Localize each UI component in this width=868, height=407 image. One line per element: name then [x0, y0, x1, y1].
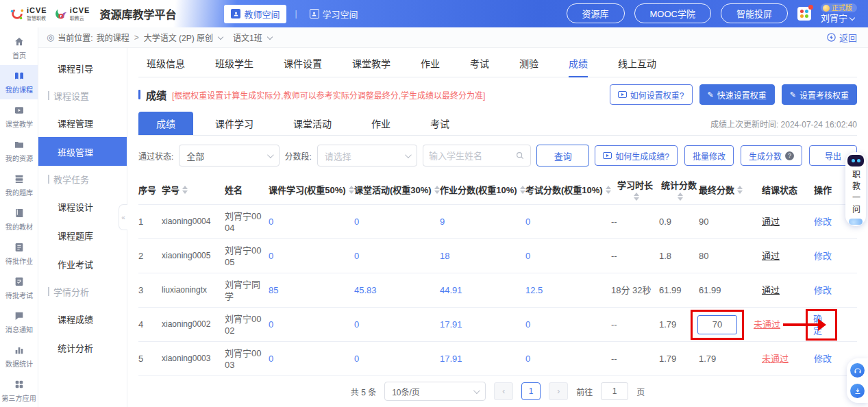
app-launcher-icon[interactable]	[797, 7, 811, 21]
modify-link[interactable]: 修改	[814, 285, 832, 295]
main-content: 班级信息 班级学生 课件设置 课堂教学 作业 考试 测验 成绩 线上互动 成绩 …	[127, 48, 868, 407]
status-pass[interactable]: 通过	[762, 251, 780, 261]
smart-cast-button[interactable]: 智能投屏	[721, 3, 788, 23]
sort-final-score[interactable]: 最终分数	[699, 183, 762, 196]
sort-exam[interactable]: 考试分数(权重10%)	[525, 183, 611, 196]
menu-section-learning-analysis: 学情分析	[38, 278, 127, 304]
mooc-college-button[interactable]: MOOC学院	[634, 3, 711, 23]
how-generate-grades-button[interactable]: 如何生成成绩?	[595, 145, 678, 166]
version-badge[interactable]: 正式版	[821, 3, 857, 12]
student-name: 刘宵宁0003	[225, 347, 269, 371]
book-icon	[14, 208, 25, 219]
tab-grades[interactable]: 成绩	[569, 56, 588, 77]
sidebar-item-my-textbooks[interactable]: 我的教材	[0, 202, 38, 236]
menu-item-course-management[interactable]: 课程管理	[38, 108, 127, 137]
menu-item-course-grades[interactable]: 课程成绩	[38, 304, 127, 333]
breadcrumb-label: 当前位置:	[58, 32, 92, 43]
tab-courseware-settings[interactable]: 课件设置	[284, 56, 322, 77]
breadcrumb-class-select[interactable]: 语文1班	[233, 32, 262, 43]
tab-learning-space[interactable]: 学习空间	[306, 5, 362, 23]
tab-quiz[interactable]: 测验	[519, 56, 538, 77]
sidebar-item-third-party-apps[interactable]: 第三方应用	[0, 373, 38, 407]
page-size-select[interactable]: 10条/页	[384, 382, 486, 401]
prev-page-button[interactable]: ‹	[494, 382, 513, 400]
tab-class-info[interactable]: 班级信息	[147, 56, 185, 77]
query-button[interactable]: 查询	[536, 145, 589, 166]
sort-student-id[interactable]: 学号	[162, 183, 225, 196]
pass-status-select[interactable]: 全部	[179, 145, 279, 166]
menu-item-course-guide[interactable]: 课程引导	[38, 53, 127, 82]
customer-service-button[interactable]	[850, 363, 865, 378]
goto-label: 前往	[576, 386, 593, 397]
tab-homework[interactable]: 作业	[421, 56, 440, 77]
tab-class-students[interactable]: 班级学生	[215, 56, 253, 77]
student-name-input[interactable]	[429, 151, 515, 161]
sort-stat-score[interactable]: 统计分数	[659, 178, 699, 201]
menu-item-class-management[interactable]: 班级管理	[38, 137, 127, 166]
generate-score-button[interactable]: 生成分数?	[741, 145, 802, 166]
logo1-name: iCVE	[27, 7, 47, 14]
subtab-homework[interactable]: 作业	[354, 112, 408, 135]
pagination: 共 5 条 10条/页 ‹ 1 › 前往 页	[138, 382, 857, 401]
sidebar-item-data-stats[interactable]: 数据统计	[0, 339, 38, 373]
help-icon[interactable]: ?	[785, 151, 794, 160]
tab-classroom-teaching[interactable]: 课堂教学	[352, 56, 390, 77]
subtab-exam[interactable]: 考试	[412, 112, 467, 135]
sidebar-item-my-resources[interactable]: 我的资源	[0, 134, 38, 168]
menu-item-stats-analysis[interactable]: 统计分析	[38, 333, 127, 362]
current-page[interactable]: 1	[521, 382, 541, 400]
resource-lib-button[interactable]: 资源库	[567, 3, 625, 23]
tab-online-interaction[interactable]: 线上互动	[618, 56, 656, 77]
modify-link[interactable]: 修改	[814, 354, 832, 364]
table-row: 1 xiaoning0004 刘宵宁0004 0 0 9 0 -- 0.9 90…	[138, 205, 857, 239]
score-range-select[interactable]: 请选择	[317, 145, 417, 166]
tab-exam[interactable]: 考试	[470, 56, 489, 77]
goto-page-input[interactable]	[601, 382, 628, 400]
sidebar-item-messages[interactable]: 消息通知	[0, 305, 38, 339]
floating-dock	[847, 358, 868, 403]
batch-edit-button[interactable]: 批量修改	[684, 145, 734, 166]
subtab-class-activity[interactable]: 课堂活动	[275, 112, 349, 135]
status-pass[interactable]: 通过	[762, 217, 780, 227]
tab-teacher-space[interactable]: 教师空间	[224, 5, 286, 23]
modify-link[interactable]: 修改	[814, 217, 832, 227]
sidebar-item-pending-exams[interactable]: 待批考试	[0, 271, 38, 305]
subtab-grades[interactable]: 成绩	[138, 112, 193, 135]
status-pass[interactable]: 通过	[762, 285, 780, 295]
menu-item-homework-exam[interactable]: 作业考试	[38, 249, 127, 278]
breadcrumb-root[interactable]: 我的课程	[97, 32, 129, 43]
sidebar-item-classroom-teaching[interactable]: 课堂教学	[0, 99, 38, 134]
table-header-row: 序号 学号 姓名 课件学习(权重50%) 课堂活动(权重30%) 作业分数(权重…	[138, 175, 857, 205]
modify-link[interactable]: 修改	[814, 251, 832, 261]
how-set-weight-button[interactable]: 如何设置权重?	[610, 84, 693, 105]
sidebar-item-home[interactable]: 首页	[0, 31, 38, 65]
back-button[interactable]: 返回	[826, 31, 857, 44]
user-menu[interactable]: 刘宵宁	[821, 14, 854, 23]
status-fail[interactable]: 未通过	[754, 319, 780, 330]
sidebar-item-my-courses[interactable]: 我的课程	[0, 65, 38, 99]
sort-homework[interactable]: 作业分数(权重10%)	[440, 183, 525, 196]
set-assess-weight-button[interactable]: ✎设置考核权重	[782, 84, 857, 105]
sidebar-item-my-question-bank[interactable]: 我的题库	[0, 168, 38, 202]
total-count: 共 5 条	[351, 386, 376, 397]
final-score-input[interactable]	[697, 315, 737, 334]
menu-item-course-question-bank[interactable]: 课程题库	[38, 221, 127, 249]
menu-item-course-design[interactable]: 课程设计	[38, 192, 127, 221]
sidebar-collapse-handle[interactable]: «	[119, 204, 127, 230]
next-page-button[interactable]: ›	[549, 382, 568, 400]
status-fail[interactable]: 未通过	[762, 354, 789, 364]
last-update-time: 成绩上次更新时间: 2024-07-24 16:02:40	[710, 118, 857, 135]
quick-set-weight-button[interactable]: ✎快速设置权重	[699, 84, 775, 105]
breadcrumb-course-select[interactable]: 大学语文 (2P) 原创	[144, 32, 213, 43]
sort-courseware[interactable]: 课件学习(权重50%)	[269, 183, 354, 196]
ai-assistant-widget[interactable]: 职教一问	[845, 152, 866, 226]
download-button[interactable]	[850, 384, 865, 398]
sidebar-item-pending-homework[interactable]: 待批作业	[0, 236, 38, 271]
sort-duration[interactable]: 学习时长	[611, 178, 659, 201]
search-icon[interactable]	[515, 151, 525, 160]
notification-dot	[808, 5, 813, 10]
annotation-arrow	[783, 323, 819, 326]
subtab-courseware-study[interactable]: 课件学习	[197, 112, 271, 135]
student-name: 刘宵宁0004	[225, 210, 269, 234]
sort-activity[interactable]: 课堂活动(权重30%)	[354, 183, 440, 196]
